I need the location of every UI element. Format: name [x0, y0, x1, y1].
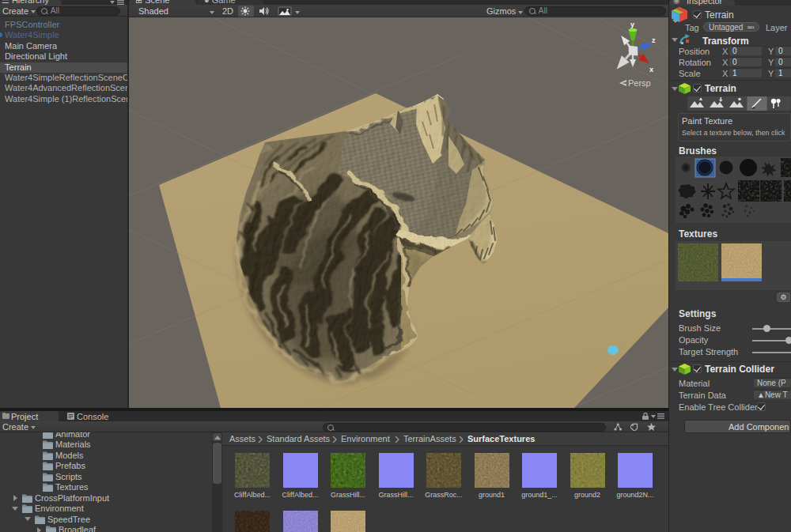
- svg-text:Persp: Persp: [628, 78, 651, 88]
- svg-text:y: y: [630, 21, 634, 28]
- svg-text:z: z: [652, 36, 656, 44]
- svg-text:x: x: [649, 66, 653, 74]
